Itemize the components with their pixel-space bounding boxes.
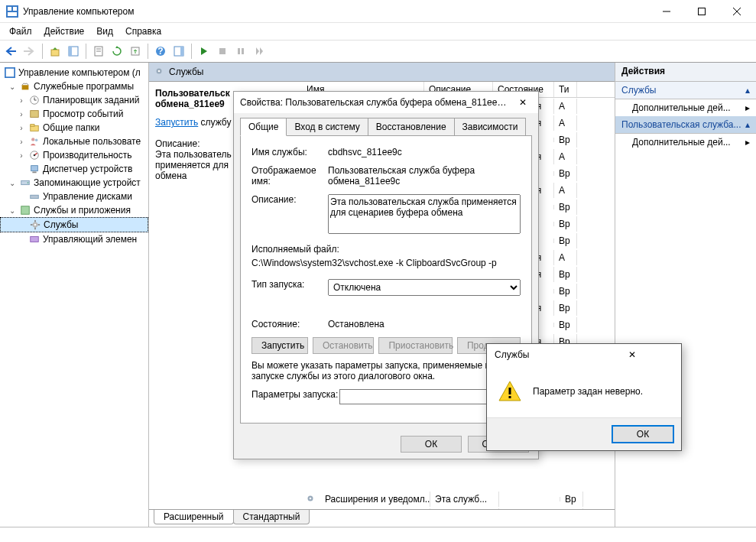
menu-file[interactable]: Файл xyxy=(3,24,38,38)
actions-section-services[interactable]: Службы▴ xyxy=(615,82,756,99)
tab-recovery[interactable]: Восстановление xyxy=(368,118,455,136)
properties-close-button[interactable]: ✕ xyxy=(511,93,535,112)
svc-name-label: Имя службы: xyxy=(251,147,328,157)
status-bar xyxy=(0,527,756,542)
refresh-button[interactable] xyxy=(109,43,125,60)
tree-scheduler[interactable]: ›Планировщик заданий xyxy=(0,93,148,107)
svg-rect-1 xyxy=(8,7,11,11)
pause-button[interactable] xyxy=(232,43,249,60)
gear-icon xyxy=(29,219,41,231)
stop-svc-button: Остановить xyxy=(313,337,374,354)
msgbox-close-button[interactable]: ✕ xyxy=(586,346,678,364)
app-icon xyxy=(6,5,18,18)
display-name-value: Пользовательская служба буфера обмена_81… xyxy=(328,165,521,187)
collapse-icon: ▴ xyxy=(745,119,750,130)
error-messagebox: Службы ✕ Параметр задан неверно. ОК xyxy=(486,343,682,451)
display-name-label: Отображаемое имя: xyxy=(251,165,328,187)
tab-dependencies[interactable]: Зависимости xyxy=(454,118,527,136)
menu-view[interactable]: Вид xyxy=(90,24,119,38)
svg-rect-36 xyxy=(32,172,36,174)
svg-point-31 xyxy=(31,138,34,141)
export-button[interactable] xyxy=(127,43,144,60)
bottom-tabs: Расширенный Стандартный xyxy=(149,510,615,527)
svg-rect-28 xyxy=(31,111,39,118)
tree-eventviewer[interactable]: ›Просмотр событий xyxy=(0,107,148,121)
menubar: Файл Действие Вид Справка xyxy=(0,23,756,40)
show-hide-tree-button[interactable] xyxy=(65,43,82,60)
toolbar: ? xyxy=(0,40,756,63)
collapse-icon: ▴ xyxy=(745,85,750,96)
forward-button[interactable] xyxy=(21,43,38,60)
svg-rect-2 xyxy=(13,7,17,11)
maximize-button[interactable] xyxy=(684,0,719,23)
actions-more[interactable]: Дополнительные дей...▸ xyxy=(615,99,756,116)
tree-storage[interactable]: ⌄Запоминающие устройст xyxy=(0,176,148,190)
back-button[interactable] xyxy=(3,43,20,60)
tree-shared[interactable]: ›Общие папки xyxy=(0,121,148,135)
minimize-button[interactable] xyxy=(649,0,684,23)
tab-general[interactable]: Общие xyxy=(240,118,287,136)
params-label: Параметры запуска: xyxy=(251,389,339,400)
svg-rect-8 xyxy=(51,50,59,56)
close-button[interactable] xyxy=(719,0,754,23)
svg-rect-47 xyxy=(31,237,39,242)
tree-pane: Управление компьютером (л ⌄Служебные про… xyxy=(0,63,149,527)
up-button[interactable] xyxy=(47,43,63,60)
play-button[interactable] xyxy=(196,43,213,60)
svg-point-42 xyxy=(34,224,37,226)
svg-rect-10 xyxy=(69,47,72,56)
menu-help[interactable]: Справка xyxy=(119,24,167,38)
help-button[interactable]: ? xyxy=(152,43,169,60)
tree-devmgr[interactable]: Диспетчер устройств xyxy=(0,162,148,176)
state-value: Остановлена xyxy=(328,319,521,329)
tree-services-apps[interactable]: ⌄Службы и приложения xyxy=(0,203,148,217)
restart-svc-button[interactable] xyxy=(251,43,268,60)
exe-path: C:\Windows\system32\svchost.exe -k Clipb… xyxy=(251,258,521,268)
tree-tools[interactable]: ⌄Служебные программы xyxy=(0,80,148,93)
titlebar: Управление компьютером xyxy=(0,0,756,23)
table-row[interactable]: Расширяемый протокол п...Служба ра...Вр xyxy=(302,508,615,509)
actions-section-selected[interactable]: Пользовательская служба...▴ xyxy=(615,116,756,134)
start-link[interactable]: Запустить xyxy=(155,117,198,128)
services-header: Службы xyxy=(149,63,615,82)
msgbox-text: Параметр задан неверно. xyxy=(533,386,643,397)
tree-diskmgmt[interactable]: Управление дисками xyxy=(0,190,148,203)
description-textarea[interactable]: Эта пользовательская служба применяется … xyxy=(328,194,521,234)
col-type[interactable]: Ти xyxy=(554,82,577,97)
actions-header: Действия xyxy=(615,63,756,82)
tab-standard[interactable]: Стандартный xyxy=(233,510,310,524)
msgbox-ok-button[interactable]: ОК xyxy=(612,426,673,443)
tree-services[interactable]: Службы xyxy=(0,217,148,232)
startup-label: Тип запуска: xyxy=(251,279,328,290)
tree-wmi[interactable]: Управляющий элемен xyxy=(0,232,148,246)
svc-name-value: cbdhsvc_811ee9c xyxy=(328,147,521,157)
svg-rect-57 xyxy=(509,396,511,398)
tab-extended[interactable]: Расширенный xyxy=(154,510,234,524)
properties-button[interactable] xyxy=(90,43,107,60)
svg-rect-23 xyxy=(6,69,15,77)
ok-button[interactable]: ОК xyxy=(401,436,462,453)
tree-perf[interactable]: ›Производительность xyxy=(0,148,148,162)
svg-rect-35 xyxy=(31,166,38,171)
svg-rect-19 xyxy=(219,48,226,54)
start-button[interactable]: Запустить xyxy=(251,337,308,354)
svg-rect-18 xyxy=(180,47,183,56)
svg-rect-39 xyxy=(31,195,39,198)
tree-root[interactable]: Управление компьютером (л xyxy=(0,66,148,80)
desc-label: Описание: xyxy=(251,194,328,205)
menu-action[interactable]: Действие xyxy=(38,24,91,38)
tree-localusers[interactable]: ›Локальные пользовате xyxy=(0,135,148,148)
state-label: Состояние: xyxy=(251,319,328,329)
params-help: Вы можете указать параметры запуска, при… xyxy=(251,360,521,381)
startup-type-select[interactable]: Отключена xyxy=(328,279,521,296)
table-row[interactable]: Расширения и уведомл...Эта служб...Вр xyxy=(302,491,615,508)
actions-more2[interactable]: Дополнительные дей...▸ xyxy=(615,134,756,151)
stop-button[interactable] xyxy=(214,43,231,60)
warning-icon xyxy=(498,379,522,404)
svg-text:?: ? xyxy=(157,46,163,57)
svg-rect-56 xyxy=(509,388,511,394)
tab-logon[interactable]: Вход в систему xyxy=(286,118,368,136)
action-pane-button[interactable] xyxy=(170,43,187,60)
svg-rect-20 xyxy=(238,48,240,54)
actions-pane: Действия Службы▴ Дополнительные дей...▸ … xyxy=(615,63,756,527)
